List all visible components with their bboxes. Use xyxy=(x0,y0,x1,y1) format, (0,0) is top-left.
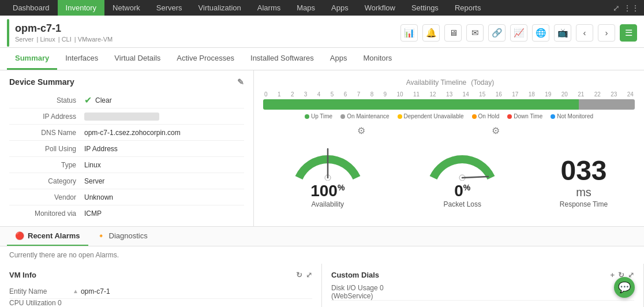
dependent-label: Dependent Unavailable xyxy=(404,113,464,119)
value-ip xyxy=(84,113,159,121)
tab-summary[interactable]: Summary xyxy=(7,48,57,70)
timeline-hours: 01 23 45 67 89 1011 1213 1415 1617 1819 … xyxy=(263,91,635,98)
info-row-ip: IP Address xyxy=(9,108,244,125)
vm-info-actions: ↻ ⤢ xyxy=(296,271,312,279)
gauge-settings-icon-1[interactable]: ⚙ xyxy=(357,125,365,136)
info-row-vendor: Vendor Unknown xyxy=(9,189,244,205)
availability-value: 100% xyxy=(310,183,345,199)
nav-alarms[interactable]: Alarms xyxy=(249,0,289,16)
header-actions: 📊 🔔 🖥 ✉ 🔗 📈 🌐 📺 ‹ › ☰ xyxy=(400,24,637,42)
sort-icon[interactable]: ▲ xyxy=(73,288,78,294)
nav-reports[interactable]: Reports xyxy=(447,0,489,16)
packet-loss-gauge: ⚙ 0% Packet Loss xyxy=(425,125,500,208)
availability-gauge-svg xyxy=(290,137,365,181)
vm-cpu-label: CPU Utilization 0 (WebService) xyxy=(9,299,73,307)
tab-apps[interactable]: Apps xyxy=(322,48,355,70)
bell-icon-btn[interactable]: 🔔 xyxy=(422,24,440,42)
vm-extra-row: CPU Utilization 0 (WebService) xyxy=(9,299,312,307)
notmonitored-dot xyxy=(551,114,555,119)
legend-downtime: Down Time xyxy=(507,113,542,119)
info-row-monitored-via: Monitored via ICMP xyxy=(9,205,244,219)
label-ip: IP Address xyxy=(9,113,84,121)
prev-icon-btn[interactable]: ‹ xyxy=(576,24,593,42)
availability-label: Availability xyxy=(312,200,344,208)
nav-inventory[interactable]: Inventory xyxy=(58,0,104,16)
availability-panel: Availability Timeline (Today) 01 23 45 6… xyxy=(254,70,644,226)
menu-icon-btn[interactable]: ☰ xyxy=(620,24,637,42)
diag-icon: 🔸 xyxy=(96,231,106,240)
custom-dials-card: Custom Dials + ↻ ⤢ Disk I/O Usage 0 (Web… xyxy=(322,264,644,307)
info-row-dns: DNS Name opm-c7-1.csez.zohocorpin.com xyxy=(9,125,244,141)
device-title-area: opm-c7-1 Server | Linux | CLI | VMware-V… xyxy=(15,23,114,43)
nav-network[interactable]: Network xyxy=(104,0,148,16)
device-summary-scroll[interactable]: Status ✔ Clear IP Address DNS Name xyxy=(9,92,244,219)
nav-servers[interactable]: Servers xyxy=(148,0,190,16)
vm-refresh-icon[interactable]: ↻ xyxy=(296,271,302,279)
vm-expand-icon[interactable]: ⤢ xyxy=(306,271,312,279)
nav-workflow[interactable]: Workflow xyxy=(357,0,403,16)
timeline-bar[interactable] xyxy=(263,99,635,110)
gauge-settings-icon-2[interactable]: ⚙ xyxy=(492,125,500,136)
tv-icon-btn[interactable]: 📺 xyxy=(554,24,571,42)
mail-icon-btn[interactable]: ✉ xyxy=(466,24,484,42)
chat-button[interactable]: 💬 xyxy=(614,277,635,298)
maintenance-dot xyxy=(340,114,345,119)
packet-loss-gauge-svg xyxy=(425,137,500,181)
next-icon-btn[interactable]: › xyxy=(598,24,615,42)
availability-title: Availability Timeline (Today) xyxy=(263,77,635,87)
nav-apps[interactable]: Apps xyxy=(323,0,357,16)
value-category: Server xyxy=(84,177,104,185)
timeline-wrapper: 01 23 45 67 89 1011 1213 1415 1617 1819 … xyxy=(263,91,635,119)
monitor-icon-btn[interactable]: 🖥 xyxy=(444,24,462,42)
tab-virtual-details[interactable]: Virtual Details xyxy=(106,48,169,70)
info-row-category: Category Server xyxy=(9,173,244,189)
label-vendor: Vendor xyxy=(9,193,84,201)
timeline-legend: Up Time On Maintenance Dependent Unavail… xyxy=(263,113,635,119)
tab-monitors[interactable]: Monitors xyxy=(355,48,400,70)
info-row-poll: Poll Using IP Address xyxy=(9,141,244,157)
globe-icon-btn[interactable]: 🌐 xyxy=(532,24,549,42)
nav-virtualization[interactable]: Virtualization xyxy=(190,0,249,16)
expand-icon[interactable]: ⤢ xyxy=(613,3,620,13)
value-monitored-via: ICMP xyxy=(84,209,102,218)
info-row-type: Type Linux xyxy=(9,157,244,173)
custom-dials-title: Custom Dials + ↻ ⤢ xyxy=(331,271,634,279)
tab-diagnostics[interactable]: 🔸 Diagnostics xyxy=(88,227,156,246)
alarm-tabs: 🔴 Recent Alarms 🔸 Diagnostics xyxy=(0,227,644,246)
chart-icon-btn[interactable]: 📊 xyxy=(400,24,418,42)
nav-dashboard[interactable]: Dashboard xyxy=(5,0,58,16)
tab-recent-alarms[interactable]: 🔴 Recent Alarms xyxy=(7,227,88,246)
label-status: Status xyxy=(9,96,84,104)
nav-maps[interactable]: Maps xyxy=(289,0,323,16)
label-category: Category xyxy=(9,177,84,185)
subtitle-cli: CLI xyxy=(62,36,72,43)
grid-icon[interactable]: ⋮⋮ xyxy=(623,3,639,13)
subtitle-linux: Linux xyxy=(40,36,55,43)
packet-loss-label: Packet Loss xyxy=(444,200,481,208)
svg-line-3 xyxy=(462,177,488,178)
tab-active-processes[interactable]: Active Processes xyxy=(169,48,242,70)
alarm-content: Currently there are no open Alarms. xyxy=(0,246,644,264)
response-time-unit: ms xyxy=(576,186,591,199)
alarm-icon: 🔴 xyxy=(15,231,24,240)
label-poll: Poll Using xyxy=(9,145,84,153)
legend-maintenance: On Maintenance xyxy=(340,113,389,119)
tab-interfaces[interactable]: Interfaces xyxy=(57,48,106,70)
vm-entity-row: Entity Name ▲ opm-c7-1 xyxy=(9,284,312,299)
nav-settings[interactable]: Settings xyxy=(403,0,447,16)
main-content: Device Summary ✎ Status ✔ Clear IP Addre… xyxy=(0,70,644,226)
device-summary-title: Device Summary ✎ xyxy=(9,77,244,87)
value-type: Linux xyxy=(84,161,101,169)
status-check-icon: ✔ xyxy=(84,95,92,106)
graph-icon-btn[interactable]: 📈 xyxy=(510,24,527,42)
value-status: ✔ Clear xyxy=(84,95,112,106)
maintenance-label: On Maintenance xyxy=(347,113,389,119)
edit-icon[interactable]: ✎ xyxy=(237,77,244,87)
label-monitored-via: Monitored via xyxy=(9,209,84,218)
custom-dials-add-icon[interactable]: + xyxy=(610,271,615,279)
legend-onhold: On Hold xyxy=(472,113,500,119)
label-dns: DNS Name xyxy=(9,129,84,137)
tab-installed-softwares[interactable]: Installed Softwares xyxy=(242,48,322,70)
downtime-label: Down Time xyxy=(514,113,542,119)
link-icon-btn[interactable]: 🔗 xyxy=(488,24,506,42)
